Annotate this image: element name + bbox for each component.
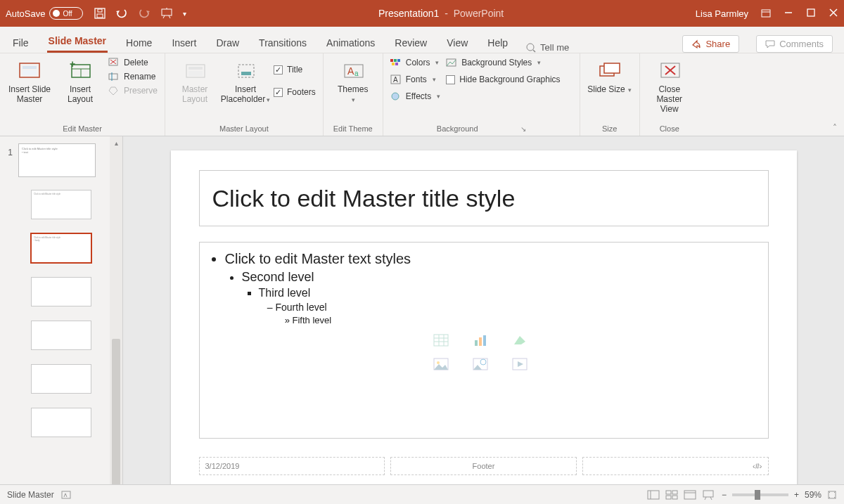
preserve-icon xyxy=(108,86,120,96)
delete-button[interactable]: Delete xyxy=(108,58,158,67)
preserve-button[interactable]: Preserve xyxy=(108,86,158,96)
effects-button[interactable]: Effects▾ xyxy=(390,91,440,101)
colors-button[interactable]: Colors▾ xyxy=(390,58,440,67)
slide[interactable]: Click to edit Master title style Click t… xyxy=(171,150,797,484)
accessibility-icon[interactable] xyxy=(61,491,71,499)
svg-rect-10 xyxy=(807,9,814,16)
autosave-switch[interactable]: Off xyxy=(49,7,83,20)
thumbnail-scrollbar[interactable]: ▴ ▾ xyxy=(110,136,122,484)
thumb-layout-6[interactable] xyxy=(31,408,91,437)
minimize-button[interactable] xyxy=(784,8,793,19)
date-placeholder[interactable]: 3/12/2019 xyxy=(199,457,385,475)
svg-point-60 xyxy=(480,359,486,365)
zoom-slider[interactable] xyxy=(732,493,788,496)
tell-me-search[interactable]: Tell me xyxy=(526,42,569,53)
tab-file[interactable]: File xyxy=(11,32,30,53)
body-placeholder[interactable]: Click to edit Master text styles Second … xyxy=(199,242,769,439)
fonts-button[interactable]: A Fonts▾ xyxy=(390,75,440,84)
zoom-level[interactable]: 59% xyxy=(805,490,821,500)
zoom-in-button[interactable]: + xyxy=(794,490,799,500)
undo-icon[interactable] xyxy=(115,8,128,19)
ribbon-tabs: File Slide Master Home Insert Draw Trans… xyxy=(0,27,844,53)
zoom-controls: − + 59% xyxy=(722,490,837,500)
footers-chk-label: Footers xyxy=(287,87,316,97)
titlebar-right: Lisa Parmley xyxy=(696,8,838,19)
collapse-ribbon-button[interactable]: ˄ xyxy=(826,120,844,136)
maximize-button[interactable] xyxy=(806,8,816,19)
tab-insert[interactable]: Insert xyxy=(170,32,198,53)
zoom-out-button[interactable]: − xyxy=(722,490,727,500)
zoom-slider-thumb[interactable] xyxy=(755,490,760,500)
view-buttons xyxy=(647,490,715,500)
pagenum-placeholder[interactable]: ‹#› xyxy=(582,457,769,475)
svg-text:A: A xyxy=(347,65,354,77)
toggle-knob xyxy=(53,10,60,17)
group-label-size: Size xyxy=(587,123,632,134)
insert-online-picture-icon[interactable] xyxy=(473,358,487,370)
tab-draw[interactable]: Draw xyxy=(215,32,241,53)
insert-layout-button[interactable]: + Insert Layout xyxy=(58,58,103,104)
insert-video-icon[interactable] xyxy=(513,358,527,370)
tab-view[interactable]: View xyxy=(445,32,469,53)
tab-animations[interactable]: Animations xyxy=(325,32,376,53)
tab-transitions[interactable]: Transitions xyxy=(257,32,308,53)
thumb-layout-2[interactable]: Click to edit Master title style• body xyxy=(31,233,91,263)
tab-slide-master[interactable]: Slide Master xyxy=(47,30,108,53)
tab-help[interactable]: Help xyxy=(486,32,509,53)
themes-label: Themes xyxy=(338,84,368,94)
insert-placeholder-button[interactable]: Insert Placeholder▾ xyxy=(223,58,268,104)
footers-checkbox[interactable]: ✓ Footers xyxy=(274,87,316,97)
close-button[interactable] xyxy=(829,8,838,19)
slide-sorter-icon[interactable] xyxy=(665,490,678,500)
title-placeholder[interactable]: Click to edit Master title style xyxy=(199,170,769,226)
autosave-label: AutoSave xyxy=(6,8,45,19)
themes-button[interactable]: Aa Themes▾ xyxy=(331,58,376,104)
hide-background-checkbox[interactable]: Hide Background Graphics xyxy=(446,75,560,84)
reading-view-icon[interactable] xyxy=(684,490,696,500)
user-name[interactable]: Lisa Parmley xyxy=(696,8,748,19)
scroll-track[interactable] xyxy=(110,149,122,472)
slideshow-icon[interactable] xyxy=(160,8,173,19)
thumb-layout-4[interactable] xyxy=(31,321,91,350)
svg-rect-39 xyxy=(395,63,398,65)
svg-rect-38 xyxy=(392,63,395,65)
title-checkbox[interactable]: ✓ Title xyxy=(274,65,316,75)
thumbnail-pane: 1 Click to edit Master title style• text… xyxy=(0,136,123,484)
redo-icon[interactable] xyxy=(138,8,151,19)
thumb-layout-1[interactable]: Click to edit Master title style xyxy=(31,190,91,219)
fit-to-window-icon[interactable] xyxy=(827,490,837,500)
slideshow-view-icon[interactable] xyxy=(702,490,715,500)
insert-slide-master-button[interactable]: Insert Slide Master xyxy=(7,58,52,104)
autosave-toggle[interactable]: AutoSave Off xyxy=(6,7,83,20)
dialog-launcher-icon[interactable]: ↘ xyxy=(520,125,526,133)
insert-chart-icon[interactable] xyxy=(473,335,487,346)
scroll-up-icon[interactable]: ▴ xyxy=(110,136,122,149)
rename-button[interactable]: Rename xyxy=(108,72,158,82)
slide-size-button[interactable]: Slide Size ▾ xyxy=(587,58,632,94)
tab-home[interactable]: Home xyxy=(124,32,153,53)
scroll-thumb[interactable] xyxy=(112,339,120,484)
slide-canvas-area[interactable]: Click to edit Master title style Click t… xyxy=(123,136,844,484)
save-icon[interactable] xyxy=(94,8,106,19)
thumb-layout-5[interactable] xyxy=(31,364,91,394)
close-master-view-button[interactable]: Close Master View xyxy=(647,58,692,114)
tab-review[interactable]: Review xyxy=(393,32,428,53)
thumb-layout-3[interactable] xyxy=(31,277,91,306)
effects-label: Effects xyxy=(406,91,431,101)
insert-picture-icon[interactable] xyxy=(434,358,448,370)
ribbon-display-icon[interactable] xyxy=(761,9,771,18)
share-label: Share xyxy=(705,39,730,49)
comments-button[interactable]: Comments xyxy=(756,35,833,53)
svg-rect-16 xyxy=(23,66,37,69)
insert-table-icon[interactable] xyxy=(434,335,448,346)
thumb-master[interactable]: Click to edit Master title style• text xyxy=(18,143,96,177)
footer-placeholder[interactable]: Footer xyxy=(390,457,577,475)
insert-slide-master-label: Insert Slide Master xyxy=(7,84,52,104)
normal-view-icon[interactable] xyxy=(647,490,660,500)
share-button[interactable]: Share xyxy=(682,35,739,53)
background-styles-label: Background Styles xyxy=(461,58,532,67)
content-placeholder-icons[interactable] xyxy=(434,335,534,370)
background-styles-button[interactable]: Background Styles▾ xyxy=(446,58,560,67)
bullet-level-1: Click to edit Master text styles xyxy=(225,250,755,269)
insert-smartart-icon[interactable] xyxy=(513,335,527,346)
